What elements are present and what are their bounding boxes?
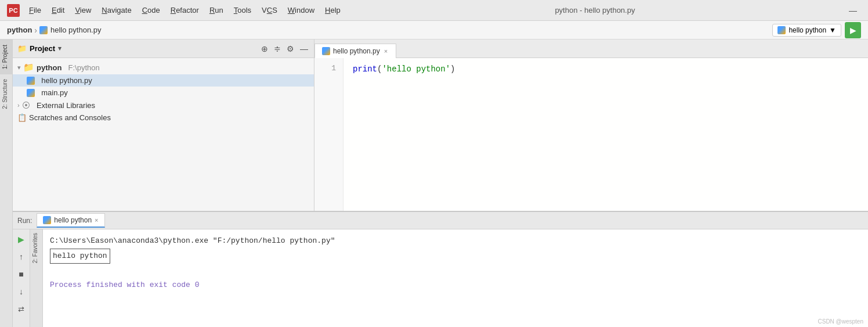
run-config-arrow: ▼ — [829, 26, 836, 34]
window-title: python - hello python.py — [555, 6, 635, 15]
collapse-icon[interactable]: — — [299, 43, 309, 55]
run-config-dropdown[interactable]: hello python ▼ — [772, 24, 841, 37]
code-area[interactable]: print('hello python') — [343, 58, 868, 211]
tree-item-hello-python[interactable]: hello python.py — [13, 74, 314, 87]
console-output-text: hello python — [50, 249, 110, 263]
bottom-tab-close[interactable]: × — [95, 217, 98, 224]
tree-scratches-label: Scratches and Consoles — [29, 113, 111, 122]
bottom-tab-hello[interactable]: hello python × — [37, 213, 104, 228]
tree-item-scratches[interactable]: 📋 Scratches and Consoles — [13, 112, 314, 124]
editor-area: hello python.py × 1 print('hello python'… — [314, 39, 868, 211]
run-button[interactable]: ▶ — [845, 22, 861, 38]
bottom-panel: Run: hello python × ▶ ↑ ■ ↓ ⇄ 2: — [13, 211, 868, 327]
menu-view[interactable]: View — [70, 3, 96, 17]
chevron-right-icon-ext: › — [17, 102, 20, 109]
minimize-button[interactable]: — — [845, 4, 861, 17]
breadcrumb-project[interactable]: python — [7, 26, 32, 34]
editor-tabs: hello python.py × — [314, 39, 868, 58]
tree-root-path: F:\python — [64, 63, 99, 72]
dropdown-arrow-icon: ▾ — [58, 45, 62, 52]
menu-tools[interactable]: Tools — [229, 3, 256, 17]
bottom-tab-favorites[interactable]: 2: Favorites — [30, 229, 42, 267]
menu-run[interactable]: Run — [205, 3, 228, 17]
bottom-content: ▶ ↑ ■ ↓ ⇄ 2: Favorites C:\Users\Eason\an… — [13, 229, 868, 327]
tab-label: hello python.py — [333, 47, 380, 55]
project-panel-title: Project — [30, 44, 55, 53]
tree-item-main[interactable]: main.py — [13, 87, 314, 99]
console-line-1: C:\Users\Eason\anaconda3\python.exe "F:/… — [50, 234, 861, 247]
project-header-left: 📁 Project ▾ — [17, 44, 62, 53]
tab-file-icon — [322, 47, 330, 55]
run-panel-label: Run: — [17, 217, 32, 225]
code-line-1: print('hello python') — [353, 63, 859, 76]
menu-help[interactable]: Help — [320, 3, 345, 17]
tree-hello-label: hello python.py — [37, 76, 92, 85]
bottom-tabs: Run: hello python × — [13, 212, 868, 229]
console-line-2: hello python — [50, 247, 861, 264]
menu-refactor[interactable]: Refactor — [166, 3, 204, 17]
menu-edit[interactable]: Edit — [47, 3, 69, 17]
side-tab-strip: 1: Project 2: Structure — [0, 39, 13, 327]
project-header-icons: ⊕ ≑ ⚙ — — [260, 43, 309, 55]
bottom-tab-label: hello python — [54, 216, 92, 224]
menu-file[interactable]: File — [24, 3, 46, 17]
app-logo: PC — [7, 4, 20, 17]
run-again-button[interactable]: ▶ — [15, 233, 28, 246]
line-numbers: 1 — [314, 58, 343, 211]
paren-close: ) — [450, 64, 455, 74]
editor-content: 1 print('hello python') — [314, 58, 868, 211]
filter-icon[interactable]: ≑ — [273, 43, 282, 55]
menu-window[interactable]: Window — [283, 3, 319, 17]
scroll-up-button[interactable]: ↑ — [15, 250, 28, 263]
breadcrumb-file: hello python.py — [39, 26, 101, 34]
py-file-icon-main — [27, 89, 35, 97]
console-line-blank — [50, 265, 861, 278]
tree-root-label: python — [37, 63, 62, 72]
py-file-icon — [39, 26, 48, 34]
console-area: C:\Users\Eason\anaconda3\python.exe "F:/… — [43, 229, 868, 327]
line-num-1: 1 — [314, 63, 343, 75]
main-area: 1: Project 2: Structure 📁 Project ▾ ⊕ ≑ … — [0, 39, 868, 327]
title-bar: PC File Edit View Navigate Code Refactor… — [0, 0, 868, 21]
rerun-button[interactable]: ⇄ — [15, 303, 28, 315]
project-tree: ▾ 📁 python F:\python hello python.py mai… — [13, 58, 314, 211]
breadcrumb-filename: hello python.py — [50, 26, 101, 34]
run-config-label: hello python — [789, 26, 826, 34]
ext-libs-icon: ⦿ — [22, 100, 30, 110]
run-icon: ▶ — [850, 26, 856, 35]
sidebar-tab-project[interactable]: 1: Project — [0, 39, 12, 74]
tree-item-ext-libs[interactable]: › ⦿ External Libraries — [13, 99, 314, 112]
editor-tab-hello[interactable]: hello python.py × — [314, 44, 396, 58]
py-file-icon-hello — [27, 77, 35, 85]
title-bar-left: PC File Edit View Navigate Code Refactor… — [7, 3, 345, 17]
bottom-tab-icon — [43, 216, 51, 224]
menu-code[interactable]: Code — [138, 3, 165, 17]
settings-icon[interactable]: ⚙ — [285, 43, 295, 55]
bottom-left-strip: 2: Favorites — [30, 229, 43, 327]
add-icon[interactable]: ⊕ — [260, 43, 269, 55]
title-bar-right: — — [845, 4, 861, 17]
string-value: 'hello python' — [382, 64, 450, 74]
menu-vcs[interactable]: VCS — [257, 3, 282, 17]
menu-navigate[interactable]: Navigate — [97, 3, 136, 17]
folder-root-icon: 📁 — [23, 62, 34, 73]
stop-button[interactable]: ■ — [15, 268, 28, 281]
tab-close-button[interactable]: × — [383, 47, 389, 55]
project-header: 📁 Project ▾ ⊕ ≑ ⚙ — — [13, 39, 314, 58]
console-line-exit: Process finished with exit code 0 — [50, 278, 861, 292]
watermark: CSDN @wespten — [818, 318, 863, 325]
content-split: 📁 Project ▾ ⊕ ≑ ⚙ — ▾ 📁 — [13, 39, 868, 327]
tree-main-label: main.py — [37, 88, 68, 97]
tree-item-root[interactable]: ▾ 📁 python F:\python — [13, 60, 314, 74]
run-config: hello python ▼ ▶ — [772, 22, 861, 38]
tree-ext-label: External Libraries — [32, 101, 95, 110]
project-panel: 📁 Project ▾ ⊕ ≑ ⚙ — ▾ 📁 — [13, 39, 314, 211]
folder-icon: 📁 — [17, 44, 27, 53]
scratches-icon: 📋 — [17, 113, 27, 122]
scroll-down-button[interactable]: ↓ — [15, 285, 28, 298]
breadcrumb-separator: › — [34, 26, 37, 35]
keyword-print: print — [353, 64, 377, 74]
bottom-sidebar-icons: ▶ ↑ ■ ↓ ⇄ — [13, 229, 30, 327]
sidebar-tab-structure[interactable]: 2: Structure — [0, 74, 12, 114]
chevron-down-icon: ▾ — [17, 64, 21, 71]
